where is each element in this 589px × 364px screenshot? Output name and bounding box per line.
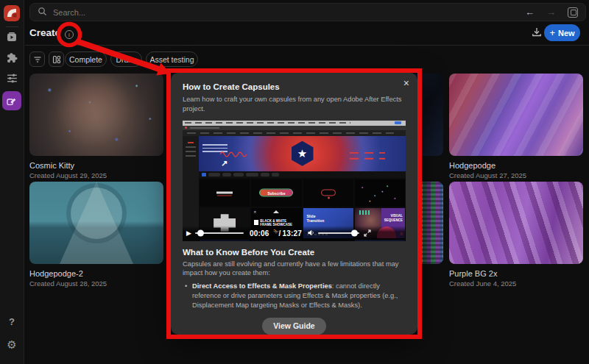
- sidebar-divider: [6, 26, 18, 27]
- mini-thumb-particles: [355, 179, 405, 207]
- orange-tick-icon: [270, 228, 278, 235]
- mini-thumb-glitch-text: [200, 179, 250, 207]
- layout-toggle-button[interactable]: [49, 51, 64, 67]
- capsule-thumbnail-cosmic-kitty[interactable]: [29, 74, 163, 156]
- capsule-title: Purple BG 2x: [449, 269, 583, 278]
- sidebar-item-capsules-active-icon[interactable]: [2, 91, 21, 110]
- capsule-card[interactable]: Hodgepodge Created August 27, 2025: [449, 74, 583, 179]
- capsule-card[interactable]: Hodgepodge-2 Created August 28, 2025: [29, 182, 163, 288]
- page-title: Create: [29, 27, 60, 38]
- search-icon: [38, 6, 47, 19]
- modal-subtitle: Learn how to craft your own capsules fro…: [183, 95, 406, 114]
- glitch-bar: [216, 192, 233, 194]
- bw-caption-line1: BLACK & WHITE: [260, 219, 286, 223]
- download-icon[interactable]: [530, 26, 545, 40]
- subscribe-pill: Subscribe: [259, 189, 293, 197]
- arrow-up-right-icon: ↗: [221, 159, 228, 168]
- plus-icon: +: [549, 27, 555, 38]
- mini-sidebar-dash: [186, 151, 196, 152]
- slide-caption-line1: Slide: [307, 214, 316, 218]
- mini-tab: [222, 173, 231, 176]
- bullet-glyph: •: [183, 282, 192, 310]
- capsule-date: Created August 29, 2025: [29, 171, 163, 179]
- forward-button: →: [546, 7, 556, 18]
- new-button[interactable]: +New: [544, 24, 580, 41]
- star-icon: ★: [297, 147, 307, 160]
- help-button[interactable]: ?: [9, 316, 15, 327]
- window-panel-icon[interactable]: [568, 7, 578, 18]
- video-timestamp: 00:06 / 13:27: [250, 229, 302, 238]
- capsule-date: Created June 4, 2025: [449, 279, 583, 288]
- play-icon[interactable]: ▶: [186, 229, 191, 237]
- top-toolbar: ← →: [29, 3, 586, 21]
- capsule-title: Hodgepodge: [449, 161, 583, 170]
- mini-close-icon: ✕: [253, 210, 256, 214]
- mini-sidebar-dash: [186, 155, 196, 157]
- subscribe-label: Subscribe: [267, 190, 285, 195]
- capsule-thumbnail-purple-bg-2x[interactable]: [449, 182, 583, 264]
- mini-logo-chip: [202, 173, 206, 176]
- white-square: [254, 220, 258, 225]
- sidebar-item-plugins-icon[interactable]: [4, 50, 20, 65]
- visual-caption-line1: VISUAL: [390, 214, 403, 218]
- like-oval: [321, 190, 336, 196]
- mini-tab: [261, 173, 269, 176]
- progress-knob[interactable]: [197, 230, 204, 237]
- mini-capsule-row-1: Subscribe: [199, 179, 406, 207]
- video-progress-bar[interactable]: [195, 232, 244, 234]
- modal-section-title: What to Know Before You Create: [183, 248, 406, 257]
- mini-banner: ★ ↗: [199, 136, 406, 171]
- mini-sidebar-dash: [188, 142, 194, 143]
- volume-knob[interactable]: [351, 230, 358, 237]
- banner-red-dashes: [350, 152, 385, 160]
- capsule-thumbnail-hodgepodge-2[interactable]: [29, 182, 163, 264]
- time-duration: 13:27: [282, 229, 302, 238]
- mini-tab: [233, 173, 244, 176]
- app-window: ? ⚙ ← → Create i +New Complete Drafts As…: [0, 0, 589, 364]
- menu-text-dashes: [185, 122, 350, 124]
- modal-bullet-item: • Direct Access to Effects & Mask Proper…: [183, 282, 406, 310]
- volume-slider[interactable]: [318, 232, 359, 234]
- mini-thumb-subscribe: Subscribe: [251, 179, 301, 207]
- mini-tab: [246, 173, 258, 176]
- volume-icon[interactable]: [307, 226, 315, 240]
- menubar-status-chip: [395, 121, 401, 124]
- mini-macos-menubar: [183, 121, 406, 126]
- toolbar-text-dashes: [187, 132, 394, 134]
- video-controls-bar: ▶ 00:06 / 13:27: [183, 226, 406, 241]
- filter-funnel-button[interactable]: [29, 51, 45, 67]
- sidebar-item-media-icon[interactable]: [4, 29, 20, 44]
- sidebar: ? ⚙: [0, 0, 24, 364]
- app-logo-icon[interactable]: [4, 5, 20, 21]
- visual-caption-line2: SEQUENCE: [384, 218, 403, 222]
- filter-pill-complete[interactable]: Complete: [65, 51, 107, 67]
- close-icon[interactable]: ×: [403, 77, 409, 89]
- capsule-card[interactable]: Cosmic Kitty Created August 29, 2025: [29, 74, 163, 179]
- filter-pill-drafts[interactable]: Drafts: [110, 51, 142, 67]
- triangle-up-icon: [273, 210, 279, 213]
- settings-gear-button[interactable]: ⚙: [7, 338, 16, 351]
- fullscreen-icon[interactable]: [364, 226, 371, 240]
- capsule-thumbnail-hodgepodge[interactable]: [449, 74, 583, 156]
- info-icon[interactable]: i: [65, 30, 74, 39]
- modal-title: How to Create Capsules: [183, 82, 406, 91]
- filter-pill-asset-testing[interactable]: Asset testing: [146, 51, 198, 67]
- how-to-create-capsules-modal: × How to Create Capsules Learn how to cr…: [171, 73, 417, 335]
- mini-sidebar-dash: [186, 146, 196, 148]
- time-current: 00:06: [250, 229, 269, 238]
- capsule-title: Hodgepodge-2: [29, 269, 163, 278]
- back-button[interactable]: ←: [525, 7, 535, 18]
- search-input[interactable]: [53, 8, 513, 17]
- mini-app-toolbar: [183, 130, 406, 136]
- titlebar-text-dash: [190, 127, 219, 129]
- time-separator: /: [279, 229, 281, 238]
- tutorial-video-player[interactable]: ★ ↗ Subscribe: [183, 121, 406, 241]
- capsule-title: Cosmic Kitty: [29, 161, 163, 170]
- capsule-date: Created August 27, 2025: [449, 171, 583, 179]
- header-divider: [25, 45, 589, 46]
- slide-caption-line2: Transition: [307, 218, 325, 223]
- view-guide-button[interactable]: View Guide: [262, 318, 325, 335]
- sidebar-item-settings-sliders-icon[interactable]: [4, 71, 20, 85]
- modal-intro-text: Capsules are still evolving and currentl…: [183, 260, 406, 279]
- capsule-card[interactable]: Purple BG 2x Created June 4, 2025: [449, 182, 583, 288]
